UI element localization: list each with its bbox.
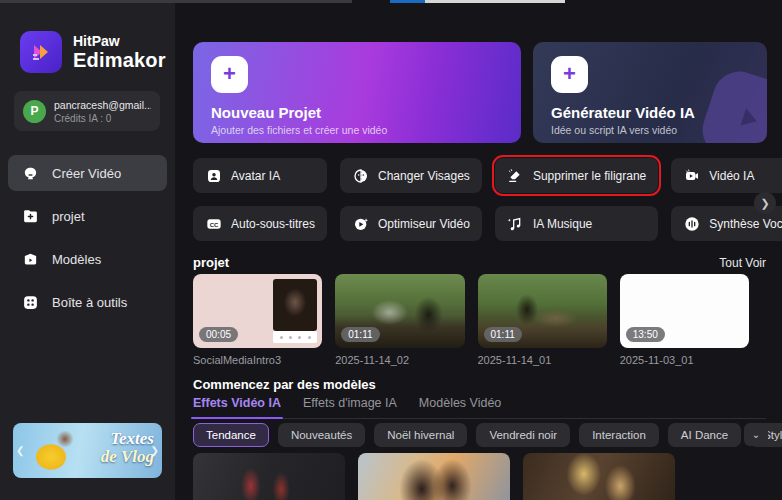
template-thumbnail[interactable] bbox=[523, 453, 675, 500]
sidebar-item-boite-a-outils[interactable]: Boîte à outils bbox=[8, 284, 167, 320]
account-email: pancracesh@gmail.... bbox=[54, 99, 151, 111]
main-content: + Nouveau Projet Ajouter des fichiers et… bbox=[175, 3, 782, 500]
tab-effets-video-ia[interactable]: Effets Vidéo IA bbox=[193, 396, 281, 410]
template-thumbnail[interactable] bbox=[358, 453, 510, 500]
template-thumbnails-row bbox=[193, 453, 675, 500]
plus-icon: + bbox=[211, 56, 248, 93]
see-all-link[interactable]: Tout Voir bbox=[719, 256, 766, 270]
new-project-banner[interactable]: + Nouveau Projet Ajouter des fichiers et… bbox=[193, 42, 521, 143]
sidebar-item-projet[interactable]: projet bbox=[8, 198, 167, 234]
filter-chips: Tendance Nouveautés Noël hivernal Vendre… bbox=[193, 423, 782, 447]
project-card[interactable]: 01:11 2025-11-14_01 bbox=[478, 274, 607, 366]
duration-badge: 01:11 bbox=[341, 327, 379, 342]
svg-text:CC: CC bbox=[209, 221, 218, 227]
edimakor-window: ✕ HitPaw Edimakor P pancracesh@gmail....… bbox=[0, 0, 782, 500]
watermark-remover-icon bbox=[507, 167, 524, 184]
avatar-ia-button[interactable]: Avatar IA bbox=[193, 158, 327, 193]
projects-row: 00:05 SocialMediaIntro3 01:11 2025-11-14… bbox=[193, 274, 749, 366]
video-ia-button[interactable]: Vidéo IA bbox=[671, 158, 782, 193]
project-card[interactable]: 13:50 2025-11-03_01 bbox=[620, 274, 749, 366]
sidebar-item-label: projet bbox=[52, 209, 85, 224]
project-thumbnail[interactable]: 01:11 bbox=[335, 274, 464, 348]
project-name: SocialMediaIntro3 bbox=[193, 354, 322, 366]
plus-icon: + bbox=[551, 56, 588, 93]
sidebar-item-label: Modèles bbox=[52, 252, 101, 267]
banner-title: Nouveau Projet bbox=[211, 104, 521, 121]
subtitles-cc-icon: CC bbox=[205, 215, 222, 232]
project-card[interactable]: 01:11 2025-11-14_02 bbox=[335, 274, 464, 366]
edimakor-logo-icon bbox=[20, 31, 62, 73]
sidebar: HitPaw Edimakor P pancracesh@gmail.... C… bbox=[0, 3, 175, 500]
templates-icon bbox=[22, 251, 39, 268]
ia-musique-button[interactable]: IA Musique bbox=[495, 206, 658, 241]
sidebar-nav: Créer Vidéo projet Modèles Boîte à outil… bbox=[8, 155, 167, 327]
toolbox-icon bbox=[22, 294, 39, 311]
create-video-icon bbox=[22, 165, 39, 182]
chevron-left-icon[interactable]: ❮ bbox=[16, 445, 24, 456]
sidebar-item-modeles[interactable]: Modèles bbox=[8, 241, 167, 277]
video-ia-icon bbox=[683, 167, 700, 184]
voice-synthesis-icon bbox=[683, 215, 700, 232]
templates-section-title: Commencez par des modèles bbox=[193, 377, 376, 392]
chip-tendance[interactable]: Tendance bbox=[193, 423, 269, 447]
promo-line2: de Vlog bbox=[101, 448, 154, 466]
duration-badge: 00:05 bbox=[199, 327, 238, 342]
project-thumbnail[interactable]: 00:05 bbox=[193, 274, 322, 348]
chip-noel-hivernal[interactable]: Noël hivernal bbox=[374, 423, 467, 447]
template-thumbnail[interactable] bbox=[193, 453, 345, 500]
brand: HitPaw Edimakor bbox=[20, 31, 166, 73]
face-swap-icon bbox=[352, 167, 369, 184]
video-optimizer-icon bbox=[352, 215, 369, 232]
account-button[interactable]: P pancracesh@gmail.... Crédits IA : 0 bbox=[14, 91, 160, 131]
supprimer-le-filigrane-button[interactable]: Supprimer le filigrane bbox=[495, 158, 658, 193]
sidebar-item-label: Boîte à outils bbox=[52, 295, 127, 310]
ai-music-icon bbox=[507, 215, 524, 232]
project-thumbnail[interactable]: 13:50 bbox=[620, 274, 749, 348]
tab-effets-image-ia[interactable]: Effets d'image IA bbox=[303, 396, 397, 410]
chevron-down-icon[interactable]: ⌄ bbox=[744, 423, 768, 446]
sidebar-item-label: Créer Vidéo bbox=[52, 166, 121, 181]
chip-nouveautes[interactable]: Nouveautés bbox=[278, 423, 365, 447]
account-credits: Crédits IA : 0 bbox=[54, 113, 151, 124]
chip-interaction[interactable]: Interaction bbox=[579, 423, 659, 447]
chevron-right-icon[interactable]: ❯ bbox=[151, 445, 159, 456]
optimiseur-video-button[interactable]: Optimiseur Vidéo bbox=[340, 206, 482, 241]
auto-sous-titres-button[interactable]: CC Auto-sous-titres bbox=[193, 206, 327, 241]
project-name: 2025-11-14_02 bbox=[335, 354, 464, 366]
project-thumbnail[interactable]: 01:11 bbox=[478, 274, 607, 348]
chip-vendredi-noir[interactable]: Vendredi noir bbox=[476, 423, 570, 447]
project-name: 2025-11-03_01 bbox=[620, 354, 749, 366]
brand-line1: HitPaw bbox=[73, 33, 166, 49]
chevron-right-icon[interactable]: ❯ bbox=[754, 192, 776, 214]
duration-badge: 01:11 bbox=[484, 327, 522, 342]
ai-video-generator-banner[interactable]: + Générateur Vidéo IA Idée ou script IA … bbox=[533, 42, 767, 143]
promo-line1: Textes bbox=[101, 430, 154, 448]
tab-modeles-video[interactable]: Modèles Vidéo bbox=[419, 396, 501, 410]
avatar-ia-icon bbox=[205, 167, 222, 184]
banner-subtitle: Ajouter des fichiers et créer une vidéo bbox=[211, 124, 521, 136]
template-tabs: Effets Vidéo IA Effets d'image IA Modèle… bbox=[193, 396, 766, 419]
tools-grid: Avatar IA Changer Visages Supprimer le f… bbox=[193, 158, 749, 241]
changer-visages-button[interactable]: Changer Visages bbox=[340, 158, 482, 193]
sidebar-item-creer-video[interactable]: Créer Vidéo bbox=[8, 155, 167, 191]
project-card[interactable]: 00:05 SocialMediaIntro3 bbox=[193, 274, 322, 366]
projects-section-title: projet bbox=[193, 255, 229, 270]
duration-badge: 13:50 bbox=[626, 327, 665, 342]
video-preview bbox=[273, 279, 317, 331]
brand-line2: Edimakor bbox=[73, 49, 166, 72]
promo-banner[interactable]: Textes de Vlog ❮ ❯ bbox=[13, 423, 162, 478]
chip-ai-dance[interactable]: AI Dance bbox=[668, 423, 741, 447]
preview-toolbar bbox=[273, 331, 317, 343]
avatar: P bbox=[23, 100, 46, 123]
project-name: 2025-11-14_01 bbox=[478, 354, 607, 366]
project-folder-icon bbox=[22, 208, 39, 225]
